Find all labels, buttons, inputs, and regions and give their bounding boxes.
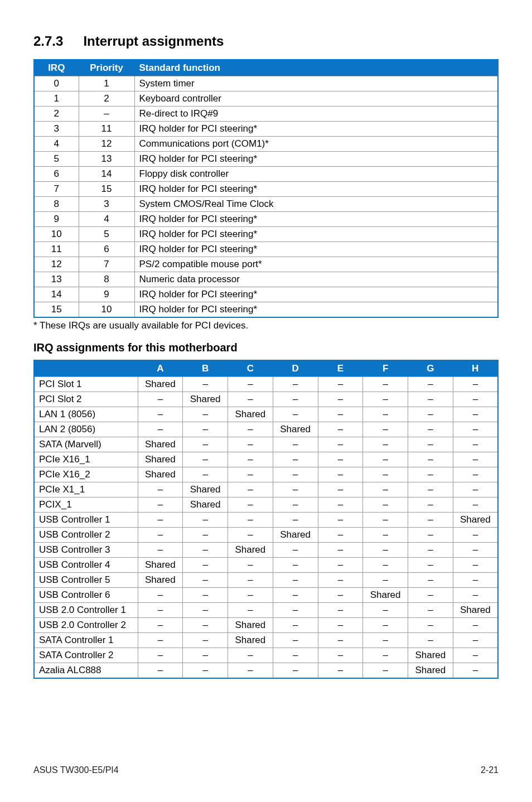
table-cell: – — [228, 663, 273, 679]
table-cell: – — [138, 633, 183, 648]
table-cell: – — [408, 392, 453, 407]
table-cell: – — [318, 422, 363, 437]
table-cell: – — [318, 482, 363, 497]
table-cell: – — [408, 603, 453, 618]
table-cell: Shared — [228, 633, 273, 648]
table-cell: – — [183, 513, 228, 528]
table-cell: LAN 2 (8056) — [34, 422, 138, 437]
table-cell: – — [363, 497, 408, 513]
table-cell: – — [318, 633, 363, 648]
table-header: D — [273, 360, 318, 377]
table-cell: IRQ holder for PCI steering* — [134, 302, 498, 318]
table-cell: 2 — [34, 107, 79, 122]
table-cell: 2 — [79, 91, 134, 107]
table-cell: 0 — [34, 76, 79, 91]
table-cell: – — [453, 558, 498, 573]
table-cell: Shared — [273, 422, 318, 437]
table-cell: Azalia ALC888 — [34, 663, 138, 679]
table-cell: – — [318, 648, 363, 663]
table-row: USB 2.0 Controller 1–––––––Shared — [34, 603, 498, 618]
table-cell: 11 — [34, 242, 79, 257]
table-cell: – — [408, 588, 453, 603]
table-cell: Shared — [183, 482, 228, 497]
table-cell: 8 — [79, 272, 134, 287]
table-cell: – — [408, 497, 453, 513]
table-cell: – — [183, 452, 228, 467]
table-row: 138Numeric data processor — [34, 272, 498, 287]
table-cell: – — [318, 452, 363, 467]
table-cell: 11 — [79, 122, 134, 137]
table-cell: – — [228, 482, 273, 497]
table-cell: – — [363, 603, 408, 618]
table-cell: 13 — [34, 272, 79, 287]
table-cell: – — [408, 618, 453, 633]
table-header: Standard function — [134, 60, 498, 76]
table-cell: – — [363, 482, 408, 497]
table-cell: – — [138, 513, 183, 528]
table-header — [34, 360, 138, 377]
table-cell: IRQ holder for PCI steering* — [134, 152, 498, 167]
table-cell: – — [183, 467, 228, 482]
table-cell: 3 — [79, 197, 134, 212]
table-cell: – — [273, 407, 318, 422]
table-cell: – — [79, 107, 134, 122]
table-cell: 13 — [79, 152, 134, 167]
table-cell: – — [138, 618, 183, 633]
table-row: 01System timer — [34, 76, 498, 91]
table-cell: – — [408, 558, 453, 573]
table-cell: USB 2.0 Controller 1 — [34, 603, 138, 618]
table-row: USB Controller 3––Shared––––– — [34, 543, 498, 558]
table-cell: – — [183, 377, 228, 392]
table-cell: – — [453, 377, 498, 392]
table-cell: – — [138, 528, 183, 543]
section-heading: 2.7.3Interrupt assignments — [33, 33, 499, 49]
table-cell: – — [408, 528, 453, 543]
table-cell: – — [318, 497, 363, 513]
table-cell: – — [138, 603, 183, 618]
table-row: 116IRQ holder for PCI steering* — [34, 242, 498, 257]
table-cell: – — [138, 497, 183, 513]
table-row: USB 2.0 Controller 2––Shared––––– — [34, 618, 498, 633]
table-cell: – — [453, 392, 498, 407]
table-row: SATA (Marvell)Shared––––––– — [34, 437, 498, 452]
table-cell: Shared — [138, 573, 183, 588]
table-row: PCI Slot 1Shared––––––– — [34, 377, 498, 392]
table-row: 2–Re-direct to IRQ#9 — [34, 107, 498, 122]
table-cell: – — [363, 513, 408, 528]
table-cell: – — [228, 603, 273, 618]
table-cell: – — [318, 618, 363, 633]
table-cell: – — [408, 377, 453, 392]
table-cell: – — [138, 482, 183, 497]
table-cell: – — [453, 482, 498, 497]
table-cell: 8 — [34, 197, 79, 212]
page-footer: ASUS TW300-E5/PI4 2-21 — [33, 765, 499, 775]
table-cell: – — [363, 618, 408, 633]
table-cell: – — [183, 543, 228, 558]
table-cell: USB Controller 2 — [34, 528, 138, 543]
table-cell: – — [363, 663, 408, 679]
table-cell: – — [273, 377, 318, 392]
table-cell: Shared — [228, 618, 273, 633]
table-cell: – — [273, 558, 318, 573]
table-row: 412Communications port (COM1)* — [34, 137, 498, 152]
table-cell: IRQ holder for PCI steering* — [134, 122, 498, 137]
table-cell: – — [408, 407, 453, 422]
table-cell: – — [273, 437, 318, 452]
table-cell: System CMOS/Real Time Clock — [134, 197, 498, 212]
table-cell: – — [273, 497, 318, 513]
table-cell: – — [318, 543, 363, 558]
table-cell: – — [138, 588, 183, 603]
table-cell: – — [453, 528, 498, 543]
table-cell: – — [318, 663, 363, 679]
table-cell: – — [363, 437, 408, 452]
table-cell: – — [228, 452, 273, 467]
table-cell: – — [183, 573, 228, 588]
table-cell: – — [318, 573, 363, 588]
table-header: F — [363, 360, 408, 377]
table-cell: – — [363, 392, 408, 407]
table-cell: – — [273, 392, 318, 407]
table-cell: USB Controller 5 — [34, 573, 138, 588]
table-cell: 10 — [34, 227, 79, 242]
table-cell: – — [273, 588, 318, 603]
table-header: G — [408, 360, 453, 377]
